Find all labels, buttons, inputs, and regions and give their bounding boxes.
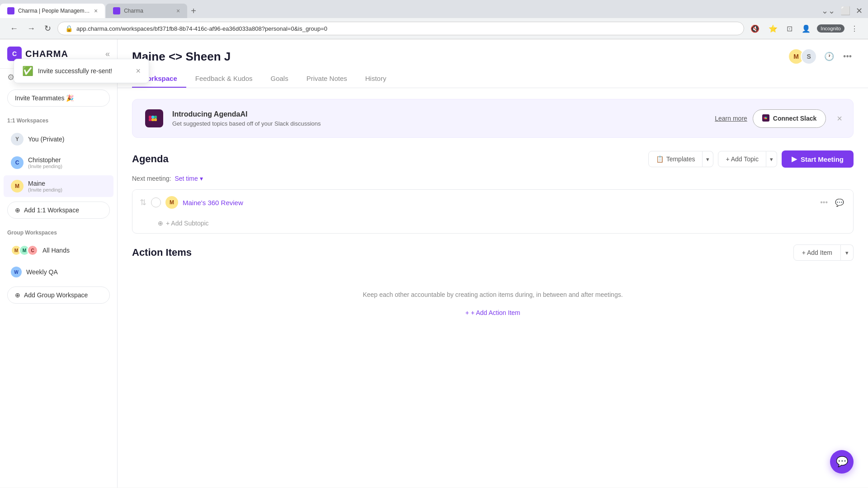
add-item-group: + Add Item ▾ bbox=[793, 244, 854, 261]
main-content: Maine <> Sheen J M S 🕐 ••• Workspace Fee… bbox=[118, 39, 868, 488]
avatar-you: Y bbox=[11, 133, 24, 145]
add-item-button[interactable]: + Add Item bbox=[793, 244, 841, 261]
learn-more-link[interactable]: Learn more bbox=[715, 115, 747, 122]
tab-close-1[interactable]: × bbox=[94, 7, 98, 14]
history-icon-button[interactable]: 🕐 bbox=[822, 50, 836, 63]
agenda-item-more-button[interactable]: ••• bbox=[818, 197, 830, 207]
svg-rect-9 bbox=[764, 117, 765, 118]
add-action-item-link[interactable]: + + Add Action Item bbox=[465, 308, 520, 319]
tab-private-notes[interactable]: Private Notes bbox=[297, 70, 356, 88]
sidebar-item-name-you: You (Private) bbox=[28, 136, 106, 143]
tab-close-2[interactable]: × bbox=[176, 7, 180, 14]
add-topic-button[interactable]: + Add Topic bbox=[718, 151, 766, 167]
sidebar-item-all-hands[interactable]: M M C All Hands bbox=[4, 240, 113, 260]
menu-icon[interactable]: ⋮ bbox=[848, 23, 861, 35]
agenda-check-0[interactable] bbox=[151, 197, 161, 207]
banner-close-button[interactable]: × bbox=[837, 113, 842, 124]
svg-rect-11 bbox=[766, 117, 767, 118]
connect-slack-button[interactable]: Connect Slack bbox=[753, 109, 826, 128]
add-group-workspace-button[interactable]: ⊕ Add Group Workspace bbox=[7, 286, 110, 304]
sidebar-item-name-all-hands: All Hands bbox=[42, 247, 106, 254]
set-time-button[interactable]: Set time ▾ bbox=[175, 175, 203, 182]
tab-inactive[interactable]: Charma × bbox=[106, 4, 187, 18]
section-label-1-1: 1:1 Workspaces bbox=[0, 110, 117, 127]
svg-rect-6 bbox=[151, 118, 154, 121]
tab-bar: Charma | People Management S... × Charma… bbox=[0, 0, 868, 18]
sidebar-item-weekly-qa[interactable]: W Weekly QA bbox=[4, 262, 113, 282]
connect-slack-label: Connect Slack bbox=[773, 115, 816, 122]
tab-active[interactable]: Charma | People Management S... × bbox=[0, 4, 105, 18]
reload-button[interactable]: ↻ bbox=[42, 22, 54, 35]
avatar-weekly-qa: W bbox=[11, 267, 22, 277]
sidebar-item-content-all-hands: All Hands bbox=[42, 247, 106, 254]
tab-label-2: Charma bbox=[124, 8, 143, 14]
toast-close-button[interactable]: × bbox=[136, 66, 141, 76]
templates-chevron-button[interactable]: ▾ bbox=[703, 151, 713, 167]
bookmark-icon[interactable]: ⭐ bbox=[766, 23, 780, 35]
content-area: Introducing AgendaAI Get suggested topic… bbox=[118, 88, 868, 488]
sidebar-item-maine[interactable]: M Maine (Invite pending) bbox=[4, 175, 113, 197]
agenda-item-actions-0: ••• 💬 bbox=[818, 197, 846, 208]
back-button[interactable]: ← bbox=[7, 22, 21, 35]
incognito-badge[interactable]: Incognito bbox=[817, 24, 844, 33]
svg-rect-12 bbox=[766, 118, 767, 119]
header-avatar-group: M S bbox=[788, 48, 817, 65]
restore-icon[interactable]: ⬜ bbox=[840, 6, 850, 16]
add-item-chevron-button[interactable]: ▾ bbox=[841, 244, 854, 261]
action-items-title: Action Items bbox=[132, 247, 192, 258]
banner-actions: Learn more bbox=[715, 109, 826, 128]
sidebar-collapse-button[interactable]: « bbox=[105, 49, 110, 59]
tab-history-label: History bbox=[365, 75, 387, 82]
tab-feedback-label: Feedback & Kudos bbox=[195, 75, 253, 82]
action-items-header: Action Items + Add Item ▾ bbox=[132, 244, 854, 261]
svg-rect-3 bbox=[151, 116, 154, 118]
agenda-ai-banner: Introducing AgendaAI Get suggested topic… bbox=[132, 99, 854, 138]
minimize-icon[interactable]: ⌄⌄ bbox=[821, 6, 835, 16]
agenda-item-avatar-0: M bbox=[165, 196, 178, 209]
agenda-section-header: Agenda 📋 Templates ▾ + Add Topic bbox=[132, 150, 854, 168]
mute-icon[interactable]: 🔇 bbox=[748, 23, 762, 35]
forward-button[interactable]: → bbox=[24, 22, 38, 35]
tab-goals[interactable]: Goals bbox=[262, 70, 297, 88]
sidebar-item-content-you: You (Private) bbox=[28, 136, 106, 143]
more-options-button[interactable]: ••• bbox=[841, 50, 854, 63]
app-container: C CHARMA « ⚙ Invite Teammates 🎉 1:1 Work… bbox=[0, 39, 868, 488]
header-avatar-sheen: S bbox=[801, 48, 817, 65]
add-action-item-icon: + bbox=[465, 308, 469, 319]
tab-history[interactable]: History bbox=[356, 70, 396, 88]
sidebar-item-sub-christopher: (Invite pending) bbox=[28, 164, 106, 169]
start-meeting-button[interactable]: ▶ Start Meeting bbox=[782, 150, 854, 168]
sidebar-item-you-private[interactable]: Y You (Private) bbox=[4, 128, 113, 150]
agenda-item-comment-button[interactable]: 💬 bbox=[833, 197, 846, 208]
banner-title: Introducing AgendaAI bbox=[172, 110, 708, 118]
sidebar-item-content-weekly-qa: Weekly QA bbox=[26, 268, 106, 276]
new-tab-button[interactable]: + bbox=[187, 4, 200, 18]
svg-rect-10 bbox=[764, 117, 766, 118]
extensions-icon[interactable]: ⊡ bbox=[784, 23, 795, 35]
start-meeting-label: Start Meeting bbox=[801, 155, 844, 163]
empty-action-items: Keep each other accountable by creating … bbox=[132, 268, 854, 340]
url-bar[interactable]: 🔒 app.charma.com/workspaces/bf371fb8-8b7… bbox=[57, 22, 744, 35]
tab-feedback[interactable]: Feedback & Kudos bbox=[186, 70, 262, 88]
add-subtopic-button[interactable]: ⊕ + Add Subtopic bbox=[132, 215, 853, 233]
drag-handle-icon[interactable]: ⇅ bbox=[140, 197, 146, 207]
sidebar-item-name-maine: Maine bbox=[28, 180, 106, 187]
profile-icon[interactable]: 👤 bbox=[799, 23, 813, 35]
invite-teammates-button[interactable]: Invite Teammates 🎉 bbox=[7, 89, 110, 107]
sidebar-item-name-weekly-qa: Weekly QA bbox=[26, 268, 106, 276]
tab-label-1: Charma | People Management S... bbox=[18, 8, 90, 14]
templates-button[interactable]: 📋 Templates bbox=[648, 151, 703, 167]
agenda-section: Agenda 📋 Templates ▾ + Add Topic bbox=[132, 150, 854, 234]
sidebar-item-christopher[interactable]: C Christopher (Invite pending) bbox=[4, 152, 113, 174]
avatar-all-hands-3: C bbox=[27, 245, 38, 256]
add-1-1-workspace-button[interactable]: ⊕ Add 1:1 Workspace bbox=[7, 202, 110, 219]
chat-icon: 💬 bbox=[836, 456, 848, 468]
sidebar-item-content-christopher: Christopher (Invite pending) bbox=[28, 156, 106, 169]
tabs-bar: Workspace Feedback & Kudos Goals Private… bbox=[132, 70, 854, 88]
agenda-item-title-0[interactable]: Maine's 360 Review bbox=[183, 199, 814, 206]
chat-fab-button[interactable]: 💬 bbox=[830, 450, 854, 474]
toast-success-icon: ✅ bbox=[22, 66, 33, 76]
close-window-icon[interactable]: ✕ bbox=[856, 6, 863, 16]
add-subtopic-icon: ⊕ bbox=[158, 220, 163, 227]
add-topic-chevron-button[interactable]: ▾ bbox=[766, 151, 777, 167]
